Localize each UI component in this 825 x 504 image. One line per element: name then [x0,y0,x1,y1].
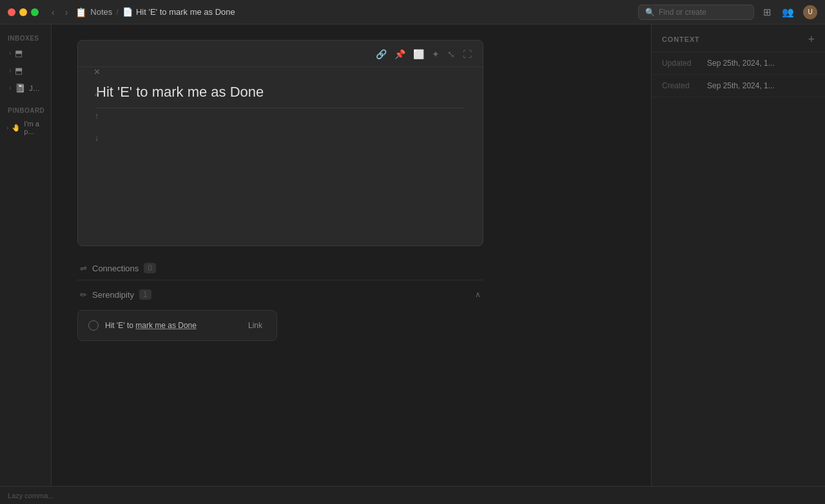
serendipity-card: Hit 'E' to mark me as Done Link [77,310,277,341]
breadcrumb-app[interactable]: Notes [90,7,112,17]
move-down-button[interactable]: ↓ [90,130,104,144]
sidebar: INBOXES › ⬒ › ⬒ › 📓 Journa... PINBOARD ›… [0,24,52,486]
window-icon[interactable]: ⬜ [411,47,426,61]
pinboard-label: I'm a p... [24,120,44,135]
expand-icon: › [9,50,11,57]
inbox2-icon: ⬒ [15,66,23,75]
main-layout: INBOXES › ⬒ › ⬒ › 📓 Journa... PINBOARD ›… [0,24,825,486]
pinboard-label: PINBOARD [0,102,51,117]
pin-icon[interactable]: 📌 [393,47,407,61]
serendipity-text-prefix: Hit 'E' to [105,321,135,330]
context-created-row: Created Sep 25th, 2024, 1... [652,75,825,97]
titlebar: ‹ › 📋 Notes / 📄 Hit 'E' to mark me as Do… [0,0,825,24]
connections-icon: ⇌ [80,264,87,273]
serendipity-row[interactable]: ✏ Serendipity 1 ∧ [77,283,483,306]
sidebar-item-journal[interactable]: › 📓 Journa... [3,80,48,96]
search-placeholder: Find or create [659,8,706,17]
search-bar[interactable]: 🔍 Find or create [638,5,754,20]
inboxes-label: INBOXES [0,30,51,44]
right-panel: CONTEXT + Updated Sep 25th, 2024, 1... C… [651,24,825,486]
grid-icon[interactable]: ⊞ [762,5,773,19]
serendipity-icon: ✏ [80,290,87,300]
traffic-lights [8,8,39,16]
note-card-wrapper: 🔗 📌 ⬜ ✦ ⤡ ⛶ Hit 'E' to mark me as Done [77,40,638,246]
expand-icon4: › [6,124,8,131]
context-header: CONTEXT + [652,24,825,52]
connections-row[interactable]: ⇌ Connections 0 [77,257,483,280]
star-icon[interactable]: ✦ [430,47,442,61]
close-panel-button[interactable]: ✕ [90,64,104,79]
context-updated-label: Updated [662,59,707,68]
context-title: CONTEXT [662,35,700,43]
context-add-button[interactable]: + [808,34,815,45]
serendipity-card-text: Hit 'E' to mark me as Done [105,321,238,330]
pinboard-item[interactable]: › 🤚 I'm a p... [0,117,51,139]
expand-panel-button[interactable]: ⤢ [90,86,104,101]
context-created-value: Sep 25th, 2024, 1... [707,81,775,90]
link-icon[interactable]: 🔗 [374,47,389,61]
notes-icon: 📋 [75,7,86,17]
breadcrumb-current: 📄 Hit 'E' to mark me as Done [122,7,235,17]
expand-icon2: › [9,67,11,74]
context-updated-value: Sep 25th, 2024, 1... [707,59,775,68]
pinboard-icon: 🤚 [12,124,21,132]
serendipity-link-button[interactable]: Link [244,320,266,331]
doc-title: Hit 'E' to mark me as Done [136,7,235,17]
doc-icon: 📄 [122,7,133,17]
connections-count: 0 [144,263,156,273]
note-divider [96,108,465,108]
back-button[interactable]: ‹ [49,6,57,19]
content-area: ✕ ⤢ ↑ ↓ 🔗 📌 ⬜ ✦ ⤡ ⛶ Hit [52,24,825,486]
journal-icon: 📓 [15,83,25,93]
forward-button[interactable]: › [63,6,71,19]
status-text: Lazy comma... [8,492,54,499]
journal-label: Journa... [29,84,42,92]
note-card-toolbar: 🔗 📌 ⬜ ✦ ⤡ ⛶ [78,41,483,67]
breadcrumb-separator: / [116,7,119,17]
note-title[interactable]: Hit 'E' to mark me as Done [96,82,465,102]
note-bottom-sections: ⇌ Connections 0 ✏ Serendipity 1 ∧ [77,257,483,341]
context-created-label: Created [662,81,707,90]
float-controls: ✕ ⤢ ↑ ↓ [89,58,104,454]
context-updated-row: Updated Sep 25th, 2024, 1... [652,52,825,75]
note-card: 🔗 📌 ⬜ ✦ ⤡ ⛶ Hit 'E' to mark me as Done [77,40,483,246]
expand-icon[interactable]: ⤡ [445,47,457,61]
avatar[interactable]: U [803,5,817,19]
serendipity-text-highlight: mark me as Done [135,321,197,330]
note-content: Hit 'E' to mark me as Done [78,67,483,129]
breadcrumb: 📋 Notes / 📄 Hit 'E' to mark me as Done [75,7,235,17]
note-panel: 🔗 📌 ⬜ ✦ ⤡ ⛶ Hit 'E' to mark me as Done [52,24,651,486]
inbox1-icon: ⬒ [15,48,23,58]
fullscreen-icon[interactable]: ⛶ [461,47,474,61]
expand-icon3: › [9,84,11,92]
sidebar-item-inbox2[interactable]: › ⬒ [3,63,48,79]
maximize-button[interactable] [31,8,39,16]
move-up-button[interactable]: ↑ [90,108,104,122]
serendipity-chevron-icon: ∧ [475,290,481,299]
statusbar: Lazy comma... [0,486,825,504]
search-icon: 🔍 [645,8,655,17]
people-icon[interactable]: 👥 [781,5,795,19]
sidebar-item-inbox1[interactable]: › ⬒ [3,45,48,61]
serendipity-card-row: Hit 'E' to mark me as Done Link [88,320,266,331]
close-button[interactable] [8,8,15,16]
minimize-button[interactable] [19,8,27,16]
serendipity-count: 1 [139,289,151,300]
titlebar-right: 🔍 Find or create ⊞ 👥 U [638,5,817,20]
